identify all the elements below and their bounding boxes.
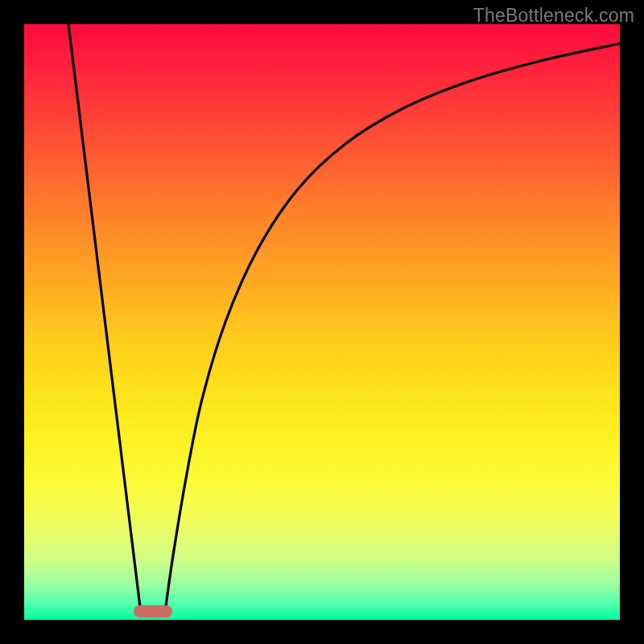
right-curve xyxy=(165,43,620,612)
bottleneck-marker xyxy=(134,605,172,617)
curve-layer xyxy=(24,24,620,620)
watermark-text: TheBottleneck.com xyxy=(473,5,634,27)
left-line xyxy=(68,24,141,613)
chart-frame: TheBottleneck.com xyxy=(0,0,644,644)
plot-area xyxy=(24,24,620,620)
